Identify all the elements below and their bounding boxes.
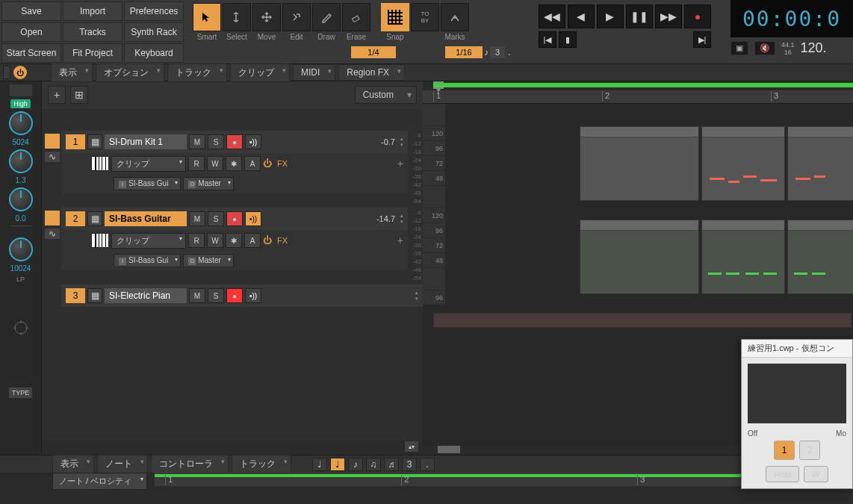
note-dotted[interactable]: .	[420, 458, 435, 471]
start-screen-button[interactable]: Start Screen	[1, 43, 61, 63]
track-dropdown[interactable]: トラック	[167, 63, 227, 82]
vc-button-1[interactable]: 1	[774, 441, 795, 460]
track-1-archive[interactable]: A	[244, 156, 261, 171]
preferences-button[interactable]: Preferences	[124, 1, 184, 21]
goto-start-button[interactable]: |◀	[539, 31, 556, 48]
clip-t3-1[interactable]	[433, 313, 852, 328]
vc-button-2[interactable]: 2	[799, 441, 820, 460]
play-button[interactable]: ▶	[597, 4, 624, 28]
track-1-arrows[interactable]: ▴▾	[400, 136, 403, 148]
piano-track-dd[interactable]: トラック	[232, 455, 291, 473]
track-2-mute[interactable]: M	[189, 211, 205, 226]
smart-tool[interactable]	[193, 3, 221, 31]
move-tool[interactable]	[252, 3, 281, 31]
erase-tool[interactable]	[342, 3, 370, 31]
note-eighth[interactable]: ♫	[366, 458, 381, 471]
rewind-button[interactable]: ◀◀	[539, 4, 565, 28]
folder-button[interactable]: ⊞	[70, 86, 88, 104]
midi-dropdown[interactable]: MIDI	[293, 64, 335, 81]
clip-t2-1[interactable]	[580, 220, 699, 294]
track-2-read[interactable]: R	[188, 233, 205, 248]
track-1-fx[interactable]: FX	[277, 159, 288, 168]
track-2-solo[interactable]: S	[208, 211, 224, 226]
track-1-wave-icon[interactable]: ∿	[45, 152, 60, 162]
track-3-arm[interactable]: ●	[226, 288, 243, 303]
track-1-clip-dd[interactable]: クリップ	[111, 156, 186, 172]
track-2-arrows[interactable]: ▴▾	[400, 213, 403, 225]
edit-tool[interactable]	[282, 3, 311, 31]
synth-rack-button[interactable]: Synth Rack	[124, 22, 184, 42]
knob-3[interactable]	[9, 187, 33, 211]
horizontal-scrollbar[interactable]	[438, 446, 460, 453]
virtual-controller-window[interactable]: 練習用1.cwp - 仮想コン Off Mo 1 2 Hold W	[741, 339, 853, 489]
w-button[interactable]: W	[804, 466, 828, 482]
knob-4[interactable]	[9, 237, 33, 261]
preset-dropdown[interactable]: Custom	[355, 86, 417, 104]
knob-2[interactable]	[9, 149, 33, 173]
track-1-arm[interactable]: ●	[226, 134, 243, 149]
track-2-archive[interactable]: A	[244, 233, 261, 248]
track-1-echo[interactable]: •))	[245, 134, 261, 149]
clip-dropdown[interactable]: クリップ	[230, 63, 290, 82]
track-3-mute[interactable]: M	[189, 288, 205, 303]
track-2-add-fx[interactable]: +	[397, 234, 403, 246]
forward-button[interactable]: ▶▶	[655, 4, 682, 28]
clip-t1-3[interactable]	[787, 126, 853, 201]
loop-region[interactable]	[433, 83, 853, 87]
clip-t2-2[interactable]	[701, 220, 785, 294]
track-2-freeze[interactable]: ✱	[226, 233, 242, 248]
clip-t2-3[interactable]	[787, 220, 853, 294]
track-1-volume[interactable]: -0.7	[381, 137, 395, 146]
note-half[interactable]: ♩	[330, 458, 345, 471]
snap-button[interactable]	[381, 3, 409, 31]
track-3-number[interactable]: 3	[66, 288, 85, 303]
save-button[interactable]: Save	[1, 1, 61, 21]
note-quarter[interactable]: ♪	[348, 458, 363, 471]
target-icon[interactable]	[12, 319, 30, 337]
track-2-output[interactable]: OMaster	[183, 254, 234, 267]
track-2-write[interactable]: W	[207, 233, 223, 248]
track-2-input[interactable]: ISI-Bass Gui	[114, 254, 181, 267]
marker-button[interactable]: ▮	[559, 31, 577, 48]
note-sixteenth[interactable]: ♬	[384, 458, 399, 471]
back-button[interactable]: ◀	[568, 4, 595, 28]
pause-button[interactable]: ❚❚	[626, 4, 653, 28]
marks-button[interactable]	[441, 3, 469, 31]
track-1-write[interactable]: W	[207, 156, 223, 171]
fit-project-button[interactable]: Fit Project	[63, 43, 122, 63]
track-1-freeze[interactable]: ✱	[226, 156, 242, 171]
track-2-number[interactable]: 2	[66, 211, 85, 226]
track-2-color[interactable]	[45, 211, 60, 225]
track-3-type-icon[interactable]: ▦	[87, 288, 102, 303]
track-1-color[interactable]	[45, 134, 60, 149]
track-1-solo[interactable]: S	[208, 134, 224, 149]
tracks-button[interactable]: Tracks	[63, 22, 122, 42]
snap-secondary[interactable]: 1/16	[445, 46, 483, 58]
audio-engine-icon[interactable]: ▣	[731, 41, 748, 55]
options-dropdown[interactable]: オプション	[96, 63, 164, 82]
hold-button[interactable]: Hold	[766, 466, 799, 482]
snap-primary[interactable]: 1/4	[351, 46, 396, 58]
goto-end-button[interactable]: ▶|	[693, 31, 711, 48]
clip-t1-2[interactable]	[701, 126, 785, 201]
track-1-number[interactable]: 1	[66, 134, 85, 149]
track-1-add-fx[interactable]: +	[397, 158, 403, 169]
piano-note-dd[interactable]: ノート	[97, 455, 148, 473]
open-button[interactable]: Open	[1, 22, 61, 42]
track-3-arrows[interactable]: ▴▾	[415, 290, 418, 302]
track-1-type-icon[interactable]: ▦	[87, 134, 102, 149]
track-3-name[interactable]: SI-Electric Pian	[105, 288, 187, 303]
piano-view-dd[interactable]: 表示	[52, 455, 94, 473]
add-track-button[interactable]: +	[48, 86, 66, 104]
snap-triplet[interactable]: 3	[490, 46, 505, 58]
track-1-keys-icon[interactable]	[91, 156, 109, 171]
record-button[interactable]: ●	[684, 4, 711, 28]
import-button[interactable]: Import	[63, 1, 122, 21]
select-tool[interactable]	[223, 3, 251, 31]
track-1-output[interactable]: OMaster	[183, 177, 234, 190]
knob-1[interactable]	[9, 111, 33, 135]
track-1-name[interactable]: SI-Drum Kit 1	[105, 134, 187, 149]
track-3-echo[interactable]: •))	[245, 288, 261, 303]
browser-icon[interactable]	[10, 84, 32, 96]
clip-t1-1[interactable]	[580, 126, 699, 201]
